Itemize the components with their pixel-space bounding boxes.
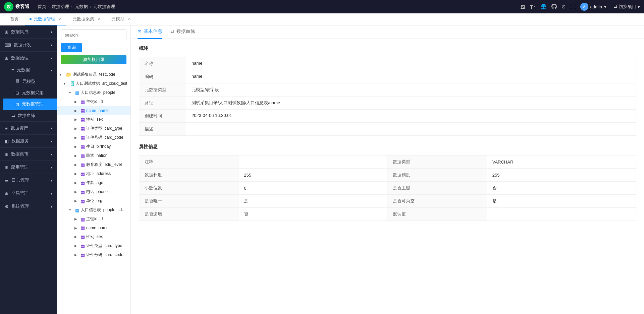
tab-meta-model-close[interactable]: ✕: [128, 17, 131, 21]
github-icon[interactable]: [551, 4, 557, 10]
field-icon: ▦: [80, 189, 85, 195]
tree-node-field-card-type[interactable]: ▶ ▦ 证件类型 card_type: [57, 124, 130, 133]
node-label: 性别 sex: [86, 234, 128, 240]
log-icon: ☰: [5, 178, 9, 183]
tree-node-field-edu[interactable]: ▶ ▦ 教育程度 edu_level: [57, 160, 130, 169]
tab-meta-mgmt[interactable]: 元数据管理 ✕: [25, 13, 66, 25]
tree-node-table-people[interactable]: ▾ ▦ 人口信息表 people: [57, 88, 130, 97]
breadcrumb-data-gov[interactable]: 数据治理: [52, 4, 69, 10]
info-row-path: 路径 测试采集目录/人口测试数据/人口信息表/name: [139, 97, 636, 110]
label-created-time: 创建时间: [139, 110, 186, 123]
sidebar-item-system-mgmt[interactable]: ⚙ 系统管理 ▾: [0, 200, 57, 213]
field-icon: ▦: [80, 117, 85, 122]
tab-data-lineage[interactable]: ⇄ 数据血缘: [170, 25, 195, 39]
tab-meta-collect-close[interactable]: ✕: [98, 17, 101, 21]
breadcrumb-meta[interactable]: 元数据: [75, 4, 88, 10]
node-label: 证件号码 card_code: [86, 252, 128, 258]
tree-content: ▾ 📁 测试采集目录 testCode ▾ 🗄 人口测试数据 srt_cloud…: [57, 67, 130, 314]
tab-active-dot: [30, 18, 32, 20]
globe-icon[interactable]: 🌐: [540, 4, 547, 10]
tree-node-field-name[interactable]: ▶ ▦ name name: [57, 106, 130, 115]
label-path: 路径: [139, 97, 186, 110]
text-icon[interactable]: T↑: [530, 4, 536, 10]
sidebar-label-meta-collect: 元数据采集: [22, 90, 44, 96]
tab-home[interactable]: 首页: [5, 13, 23, 25]
tree-node-field-nation[interactable]: ▶ ▦ 民族 nation: [57, 151, 130, 160]
sidebar-label-meta-model: 元模型: [22, 78, 36, 84]
sidebar-item-data-governance[interactable]: ⊞ 数据治理 ▴: [0, 52, 57, 64]
tree-node-table-people-cdc[interactable]: ▾ ▦ 人口信息表 people_cdc_test: [57, 205, 130, 214]
breadcrumb: 首页 › 数据治理 › 元数据 › 元数据管理: [35, 4, 518, 10]
tree-node-field-card-code[interactable]: ▶ ▦ 证件号码 card_code: [57, 133, 130, 142]
db-icon: 🗄: [70, 81, 74, 86]
tree-node-cdc-card-code[interactable]: ▶ ▦ 证件号码 card_code: [57, 250, 130, 259]
breadcrumb-meta-mgmt[interactable]: 元数据管理: [93, 4, 115, 10]
sidebar-item-meta-mgmt[interactable]: ⊡ 元数据管理: [3, 99, 57, 110]
expand-icon: ▶: [74, 172, 79, 176]
tree-node-field-phone[interactable]: ▶ ▦ 电话 phone: [57, 187, 130, 196]
tree-node-db[interactable]: ▾ 🗄 人口测试数据 srt_cloud_test: [57, 79, 130, 88]
sidebar-item-meta-model[interactable]: 目 元模型: [3, 76, 57, 87]
tree-node-field-id[interactable]: ▶ ▦ 主键id id: [57, 97, 130, 106]
user-area[interactable]: A admin ▾: [580, 3, 606, 11]
tree-node-field-sex[interactable]: ▶ ▦ 性别 sex: [57, 115, 130, 124]
tab-meta-collect[interactable]: 元数据采集 ✕: [68, 13, 105, 25]
fullscreen-icon[interactable]: ⛶: [571, 4, 576, 10]
value-default: [487, 208, 636, 221]
sidebar-item-data-market[interactable]: ⊞ 数据集市 ▾: [0, 148, 57, 161]
node-label: 民族 nation: [86, 153, 128, 159]
attr-row-comment: 注释 数据类型 VARCHAR: [139, 155, 636, 169]
tree-node-cdc-name[interactable]: ▶ ▦ name name: [57, 224, 130, 232]
tree-node-root[interactable]: ▾ 📁 测试采集目录 testCode: [57, 70, 130, 79]
attr-section-title: 属性信息: [139, 144, 636, 150]
sidebar-item-metadata-group[interactable]: ≡ 元数据 ▴: [3, 64, 57, 76]
tree-node-field-address[interactable]: ▶ ▦ 地址 address: [57, 169, 130, 178]
tree-node-field-birthday[interactable]: ▶ ▦ 生日 birthday: [57, 142, 130, 151]
label-code: 编码: [139, 70, 186, 83]
breadcrumb-home[interactable]: 首页: [38, 4, 46, 10]
assets-chevron-icon: ▾: [51, 126, 52, 130]
service-chevron-icon: ▾: [51, 139, 52, 143]
label-desc: 描述: [139, 123, 186, 136]
node-label: 地址 address: [86, 171, 128, 177]
field-icon: ▦: [80, 153, 85, 159]
sidebar-item-data-service[interactable]: ◧ 数据服务 ▾: [0, 135, 57, 147]
sidebar-item-app-mgmt[interactable]: ⊞ 应用管理 ▾: [0, 161, 57, 174]
expand-icon: ▾: [64, 82, 68, 85]
tree-node-field-age[interactable]: ▶ ▦ 年龄 age: [57, 178, 130, 187]
sidebar-item-log-mgmt[interactable]: ☰ 日志管理 ▾: [0, 174, 57, 187]
info-row-name: 名称 name: [139, 57, 636, 70]
sidebar-section-integration: ⊞ 数据集成 ▾: [0, 25, 57, 39]
value-unique: 是: [238, 195, 387, 208]
value-comment: [238, 155, 387, 169]
node-label: 人口信息表 people_cdc_test: [81, 207, 128, 213]
governance-icon: ⊞: [5, 56, 8, 61]
add-root-button[interactable]: 添加根目录: [61, 55, 126, 64]
tab-basic-info[interactable]: ⊡ 基本信息: [138, 25, 162, 39]
expand-icon: ▶: [74, 244, 79, 248]
sidebar-item-data-assets[interactable]: ◈ 数据资产 ▾: [0, 122, 57, 134]
log-chevron-icon: ▾: [51, 179, 52, 182]
clock-icon[interactable]: ⊙: [561, 4, 566, 10]
tree-node-field-org[interactable]: ▶ ▦ 单位 org: [57, 196, 130, 205]
tree-node-cdc-id[interactable]: ▶ ▦ 主键id id: [57, 214, 130, 224]
expand-icon: ▶: [74, 109, 79, 113]
sidebar-item-meta-collect[interactable]: ⊡ 元数据采集: [3, 87, 57, 99]
node-label: 教育程度 edu_level: [86, 162, 128, 168]
project-switch[interactable]: ⇄ 切换项目 ▾: [614, 4, 640, 10]
tab-meta-mgmt-close[interactable]: ✕: [59, 17, 62, 21]
field-icon: ▦: [80, 144, 85, 149]
sidebar-item-data-lineage[interactable]: ⇄ 数据血缘: [3, 110, 57, 121]
sidebar-item-data-dev[interactable]: ⌨ 数据开发 ▾: [0, 39, 57, 51]
tree-node-cdc-sex[interactable]: ▶ ▦ 性别 sex: [57, 232, 130, 241]
meta-collect-icon: ⊡: [15, 90, 19, 96]
sidebar-item-data-integration[interactable]: ⊞ 数据集成 ▾: [0, 25, 57, 38]
sidebar-item-global-mgmt[interactable]: ⊕ 全局管理 ▾: [0, 187, 57, 200]
image-icon[interactable]: 🖼: [520, 4, 525, 10]
search-input[interactable]: [61, 29, 126, 40]
tree-node-cdc-card-type[interactable]: ▶ ▦ 证件类型 card_type: [57, 241, 130, 250]
integration-icon: ⊞: [5, 29, 8, 35]
query-button[interactable]: 查询: [61, 43, 82, 52]
expand-icon: ▶: [74, 217, 79, 221]
tab-meta-model[interactable]: 元模型 ✕: [107, 13, 136, 25]
